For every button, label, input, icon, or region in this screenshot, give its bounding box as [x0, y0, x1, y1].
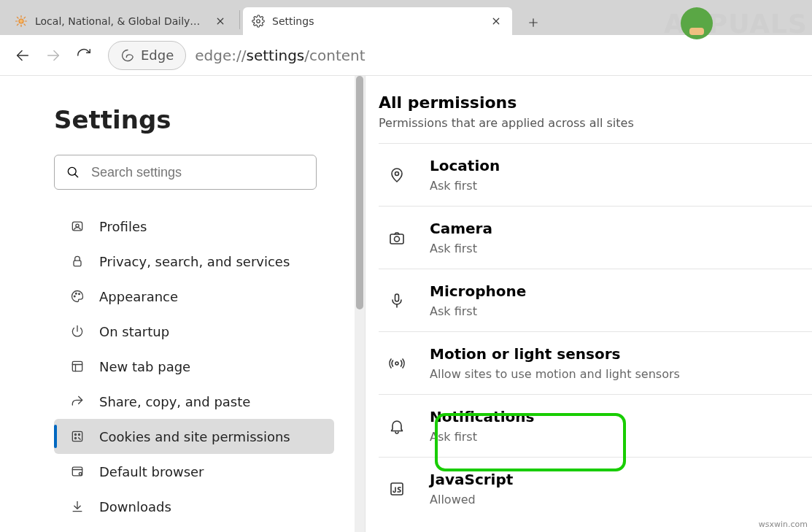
svg-rect-26 — [72, 361, 82, 371]
perm-sub: Ask first — [430, 179, 500, 193]
close-icon[interactable] — [213, 14, 228, 28]
sidebar-item-downloads[interactable]: Downloads — [54, 489, 334, 524]
javascript-icon — [386, 478, 408, 500]
settings-menu: Profiles Privacy, search, and services A… — [54, 209, 343, 524]
section-subheading: Permissions that are applied across all … — [379, 116, 812, 130]
sidebar-item-label: New tab page — [99, 359, 190, 374]
svg-rect-33 — [72, 467, 82, 476]
scrollbar-thumb[interactable] — [356, 76, 363, 309]
svg-point-43 — [395, 362, 398, 365]
sun-icon — [15, 15, 28, 28]
url-text: edge://settings/content — [195, 47, 365, 64]
close-icon[interactable] — [489, 14, 503, 28]
sidebar-item-cookies[interactable]: Cookies and site permissions — [54, 419, 334, 454]
svg-rect-29 — [72, 431, 82, 441]
forward-button[interactable] — [38, 40, 69, 71]
sidebar-scrollbar[interactable] — [355, 76, 365, 532]
location-icon — [386, 164, 408, 186]
permission-list: Location Ask first Camera Ask first Micr… — [379, 143, 812, 520]
edge-logo-icon — [120, 48, 135, 63]
perm-sub: Ask first — [430, 242, 492, 255]
svg-point-31 — [79, 434, 80, 436]
sensor-icon — [386, 352, 408, 374]
source-watermark: wsxwin.com — [759, 520, 808, 529]
svg-point-32 — [75, 438, 77, 439]
sidebar-item-label: Appearance — [99, 289, 178, 304]
permissions-panel: All permissions Permissions that are app… — [365, 76, 812, 532]
perm-sub: Ask first — [430, 304, 526, 318]
svg-rect-41 — [395, 294, 399, 301]
browser-toolbar: Edge edge://settings/content — [0, 35, 812, 76]
perm-title: Notifications — [430, 408, 534, 425]
svg-point-23 — [74, 296, 75, 297]
refresh-button[interactable] — [69, 40, 99, 71]
perm-title: Camera — [430, 220, 492, 237]
permission-icon — [69, 428, 86, 445]
tab-separator — [239, 10, 240, 28]
sidebar-item-privacy[interactable]: Privacy, search, and services — [54, 244, 334, 279]
perm-notifications[interactable]: Notifications Ask first — [379, 394, 812, 457]
perm-camera[interactable]: Camera Ask first — [379, 206, 812, 269]
perm-title: Microphone — [430, 282, 526, 300]
perm-microphone[interactable]: Microphone Ask first — [379, 269, 812, 331]
svg-point-0 — [19, 19, 23, 23]
perm-sub: Allowed — [430, 493, 513, 506]
sidebar-item-defaultbrowser[interactable]: Default browser — [54, 454, 334, 489]
sidebar-item-label: Profiles — [99, 219, 147, 234]
share-icon — [69, 393, 86, 410]
mascot-head-icon — [681, 7, 713, 39]
tab-settings[interactable]: Settings — [243, 7, 512, 35]
sidebar-item-share[interactable]: Share, copy, and paste — [54, 384, 334, 419]
search-input[interactable] — [91, 165, 306, 180]
palette-icon — [69, 288, 86, 305]
perm-sub: Ask first — [430, 430, 534, 444]
svg-point-38 — [395, 171, 399, 175]
watermark-logo: A PUALS — [664, 7, 808, 39]
tab-title: Local, National, & Global Daily W — [35, 15, 203, 27]
watermark-text-right: PUALS — [708, 9, 808, 39]
page-title: Settings — [54, 105, 343, 134]
sidebar-item-profiles[interactable]: Profiles — [54, 209, 334, 244]
svg-point-40 — [395, 236, 400, 242]
perm-location[interactable]: Location Ask first — [379, 143, 812, 206]
perm-sub: Allow sites to use motion and light sens… — [430, 367, 680, 381]
microphone-icon — [386, 290, 408, 312]
svg-line-5 — [17, 17, 18, 18]
address-bar[interactable]: Edge edge://settings/content — [108, 41, 805, 70]
svg-line-8 — [24, 17, 26, 18]
section-heading: All permissions — [379, 93, 812, 112]
settings-sidebar: Settings Profiles Privacy, search, and s… — [0, 76, 365, 532]
svg-line-19 — [75, 174, 78, 177]
tab-weather[interactable]: Local, National, & Global Daily W — [6, 7, 236, 35]
bell-icon — [386, 415, 408, 437]
browser-icon — [69, 463, 86, 480]
perm-title: JavaScript — [430, 471, 513, 488]
svg-line-6 — [24, 24, 26, 26]
gear-icon — [252, 15, 265, 28]
perm-javascript[interactable]: JavaScript Allowed — [379, 457, 812, 520]
sidebar-item-appearance[interactable]: Appearance — [54, 279, 334, 314]
profile-icon — [69, 217, 86, 235]
sidebar-item-label: Privacy, search, and services — [99, 254, 290, 269]
svg-point-25 — [79, 293, 80, 295]
svg-point-21 — [76, 224, 79, 227]
svg-point-30 — [75, 434, 77, 436]
edge-chip-label: Edge — [141, 47, 174, 63]
sidebar-item-newtab[interactable]: New tab page — [54, 349, 334, 384]
edge-chip[interactable]: Edge — [108, 41, 186, 70]
svg-point-11 — [257, 20, 260, 23]
sidebar-item-label: On startup — [99, 324, 169, 339]
sidebar-item-startup[interactable]: On startup — [54, 314, 334, 349]
perm-title: Motion or light sensors — [430, 345, 680, 363]
search-icon — [65, 165, 81, 180]
svg-point-24 — [76, 293, 77, 294]
svg-rect-44 — [391, 483, 403, 495]
perm-sensors[interactable]: Motion or light sensors Allow sites to u… — [379, 331, 812, 394]
new-tab-button[interactable] — [521, 10, 546, 35]
svg-line-7 — [17, 24, 18, 26]
back-button[interactable] — [7, 40, 38, 71]
search-settings-box[interactable] — [54, 155, 317, 190]
svg-rect-22 — [74, 261, 81, 266]
sidebar-item-label: Cookies and site permissions — [99, 429, 290, 444]
camera-icon — [386, 227, 408, 249]
